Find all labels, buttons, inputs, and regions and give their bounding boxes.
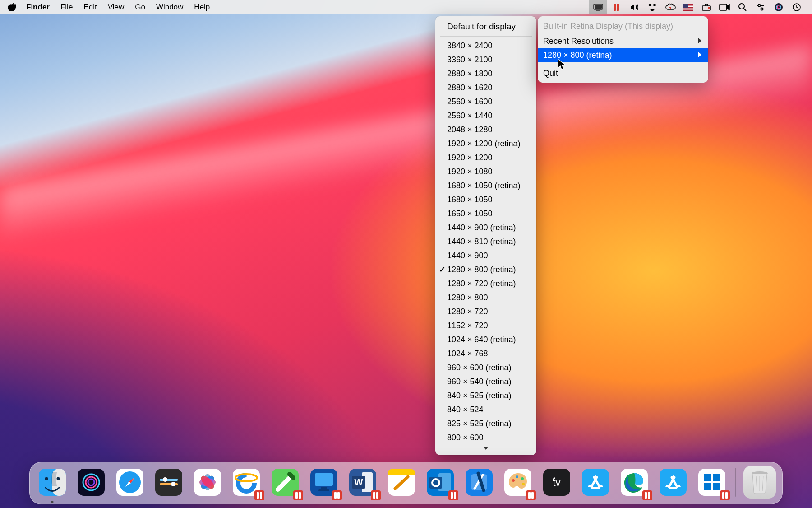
resolution-option[interactable]: 2560 × 1440 (435, 108, 536, 122)
parallels-badge-icon (293, 490, 303, 500)
dock-app-edge[interactable] (618, 466, 651, 499)
dock-divider (735, 468, 736, 497)
resolution-option[interactable]: 1920 × 1080 (435, 164, 536, 178)
svg-rect-53 (315, 473, 333, 486)
dock-app-finder[interactable] (36, 466, 69, 499)
quit-label: Quit (543, 68, 558, 79)
dock-app-app-store[interactable] (579, 466, 612, 499)
recent-resolutions-item[interactable]: Recent Resolutions (538, 34, 708, 48)
quit-item[interactable]: Quit (538, 66, 708, 80)
svg-point-26 (45, 477, 48, 480)
resolution-option[interactable]: 1440 × 900 (retina) (435, 220, 536, 234)
dock-app-siri[interactable] (75, 466, 107, 499)
app-name[interactable]: Finder (21, 0, 55, 14)
resolution-option-label: 2560 × 1600 (447, 96, 493, 107)
resolution-option[interactable]: ✓1280 × 800 (retina) (435, 262, 536, 276)
resolution-option[interactable]: 1680 × 1050 (435, 192, 536, 206)
resolution-option[interactable]: 1680 × 1050 (retina) (435, 178, 536, 192)
dock-app-outlook[interactable] (424, 466, 457, 499)
menu-go[interactable]: Go (129, 0, 151, 14)
resolution-option[interactable]: 3360 × 2100 (435, 52, 536, 66)
svg-point-38 (171, 482, 175, 486)
resolution-option-label: 2048 × 1280 (447, 124, 493, 135)
current-resolution-item[interactable]: 1280 × 800 (retina) (538, 48, 708, 62)
resolution-option[interactable]: 800 × 600 (435, 430, 536, 444)
resolution-option-label: 1920 × 1080 (447, 166, 493, 177)
resolution-option-label: 840 × 525 (retina) (447, 390, 512, 401)
menu-window[interactable]: Window (151, 0, 189, 14)
spotlight-icon[interactable] (734, 0, 752, 14)
resolution-option[interactable]: 2880 × 1620 (435, 80, 536, 94)
svg-rect-81 (713, 474, 720, 481)
resolution-option[interactable]: 1152 × 720 (435, 318, 536, 332)
resolution-option[interactable]: 960 × 540 (retina) (435, 374, 536, 388)
parallels-badge-icon (642, 490, 652, 500)
apple-menu[interactable] (6, 3, 21, 12)
parallels-pause-icon[interactable] (607, 0, 625, 14)
svg-rect-4 (617, 4, 619, 11)
dropbox-icon[interactable] (643, 0, 661, 14)
dock-app-ms-store[interactable] (657, 466, 689, 499)
dock-app-remote-desktop[interactable] (308, 466, 340, 499)
resolution-option[interactable]: 2560 × 1600 (435, 94, 536, 108)
resolution-option[interactable]: 1920 × 1200 (retina) (435, 136, 536, 150)
dock-app-ie[interactable] (230, 466, 263, 499)
volume-icon[interactable] (625, 0, 643, 14)
resolution-option-label: 2560 × 1440 (447, 110, 493, 121)
svg-point-71 (516, 475, 518, 478)
dock-app-notes[interactable] (385, 466, 418, 499)
toolbox-icon[interactable] (697, 0, 715, 14)
resolution-option[interactable]: 2880 × 1800 (435, 66, 536, 80)
dock-app-photos[interactable] (191, 466, 224, 499)
resolution-option[interactable]: 1024 × 768 (435, 346, 536, 360)
dock-app-paint[interactable] (502, 466, 534, 499)
svg-rect-82 (704, 483, 711, 490)
dock-app-word[interactable]: W (346, 466, 379, 499)
menu-edit[interactable]: Edit (78, 0, 102, 14)
resolution-option[interactable]: 1280 × 720 (435, 304, 536, 318)
svg-line-15 (744, 9, 746, 11)
resolution-option-label: 960 × 600 (retina) (447, 362, 512, 373)
idrive-icon[interactable] (661, 0, 679, 14)
siri-status-icon[interactable] (770, 0, 788, 14)
screen-record-icon[interactable] (715, 0, 734, 14)
dock-app-windows[interactable] (696, 466, 728, 499)
dock-app-safari[interactable] (114, 466, 146, 499)
svg-rect-1 (595, 5, 602, 9)
resolution-option[interactable]: 1280 × 800 (435, 290, 536, 304)
resolution-option[interactable]: 1024 × 640 (retina) (435, 332, 536, 346)
svg-rect-76 (582, 469, 609, 496)
resolution-option[interactable]: 840 × 524 (435, 402, 536, 416)
dock-app-xcode[interactable] (463, 466, 495, 499)
menu-view[interactable]: View (102, 0, 130, 14)
flag-us-icon[interactable] (679, 0, 697, 14)
clock-icon[interactable] (788, 0, 806, 14)
resolution-option-label: 1650 × 1050 (447, 208, 493, 219)
scroll-down-arrow[interactable] (435, 444, 536, 452)
control-center-icon[interactable] (752, 0, 770, 14)
resolution-menu-header[interactable]: Default for display (435, 19, 536, 34)
display-menu-icon[interactable] (589, 0, 607, 14)
resolution-option[interactable]: 825 × 525 (retina) (435, 416, 536, 430)
resolution-option[interactable]: 1920 × 1200 (435, 150, 536, 164)
resolution-option[interactable]: 3840 × 2400 (435, 38, 536, 52)
svg-rect-80 (704, 474, 711, 481)
svg-rect-62 (388, 473, 415, 475)
dock-app-apple-tv[interactable]: tv (540, 466, 573, 499)
menu-help[interactable]: Help (189, 0, 215, 14)
svg-point-73 (522, 483, 525, 485)
dock-app-freeform[interactable] (269, 466, 301, 499)
menu-bar: Finder File Edit View Go Window Help (0, 0, 812, 14)
resolution-option[interactable]: 1440 × 900 (435, 248, 536, 262)
dock-trash[interactable] (743, 466, 776, 499)
menu-file[interactable]: File (55, 0, 78, 14)
resolution-option[interactable]: 1650 × 1050 (435, 206, 536, 220)
resolution-option-label: 1920 × 1200 (retina) (447, 138, 521, 149)
resolution-option[interactable]: 1280 × 720 (retina) (435, 276, 536, 290)
dock-app-compressor[interactable] (152, 466, 185, 499)
resolution-option[interactable]: 960 × 600 (retina) (435, 360, 536, 374)
resolution-option[interactable]: 840 × 525 (retina) (435, 388, 536, 402)
resolution-option[interactable]: 1440 × 810 (retina) (435, 234, 536, 248)
dock: Wtv (29, 462, 783, 504)
resolution-option[interactable]: 2048 × 1280 (435, 122, 536, 136)
